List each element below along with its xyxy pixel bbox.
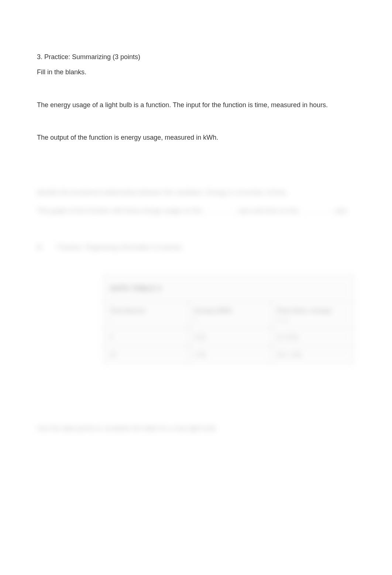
- question-4-heading: 4. Practice: Organizing Information (2 p…: [37, 242, 355, 253]
- paragraph-input: The energy usage of a light bulb is a fu…: [37, 100, 355, 110]
- q4-number: 4.: [37, 242, 42, 253]
- table-cell: (10, 1.35): [271, 346, 354, 363]
- table-cell: 0.04: [189, 329, 271, 346]
- q4-title: Practice: Organizing Information (2 poin…: [57, 242, 182, 253]
- table-cell: 0: [104, 329, 189, 346]
- question-3-heading: 3. Practice: Summarizing (3 points): [37, 52, 355, 62]
- blurred-sentence-pre: The graph of the function will show ener…: [37, 207, 203, 214]
- table-header-row: Time (hours) x Energy (kWh) y Point (tim…: [104, 302, 354, 329]
- table-header-point: Point (time, energy) (x, y): [271, 302, 354, 328]
- blank-axis-1: [203, 206, 237, 213]
- data-table-2: DATA TABLE 2 Time (hours) x Energy (kWh)…: [103, 275, 354, 364]
- fill-blanks-instruction: Fill in the blanks.: [37, 67, 355, 78]
- paragraph-output: The output of the function is energy usa…: [37, 132, 355, 143]
- blurred-sentence-mid: axis and time on the: [238, 207, 300, 214]
- blank-axis-2: [300, 206, 333, 213]
- table-header-energy: Energy (kWh) y: [189, 302, 271, 328]
- blurred-sentence-post: axis.: [335, 207, 348, 214]
- blurred-preview-region: Identify the functional relationship bet…: [37, 187, 355, 433]
- closing-instruction: Use the data points to complete the tabl…: [37, 423, 355, 434]
- table-title: DATA TABLE 2: [104, 276, 354, 302]
- table-row: 10 1.35 (10, 1.35): [104, 346, 354, 363]
- blurred-identify-text: Identify the functional relationship bet…: [37, 187, 355, 198]
- table-cell: (0, 0.04): [271, 329, 354, 346]
- table-header-time: Time (hours) x: [104, 302, 189, 328]
- blurred-graph-sentence: The graph of the function will show ener…: [37, 205, 355, 216]
- table-cell: 1.35: [189, 346, 271, 363]
- table-cell: 10: [104, 346, 189, 363]
- table-row: 0 0.04 (0, 0.04): [104, 329, 354, 347]
